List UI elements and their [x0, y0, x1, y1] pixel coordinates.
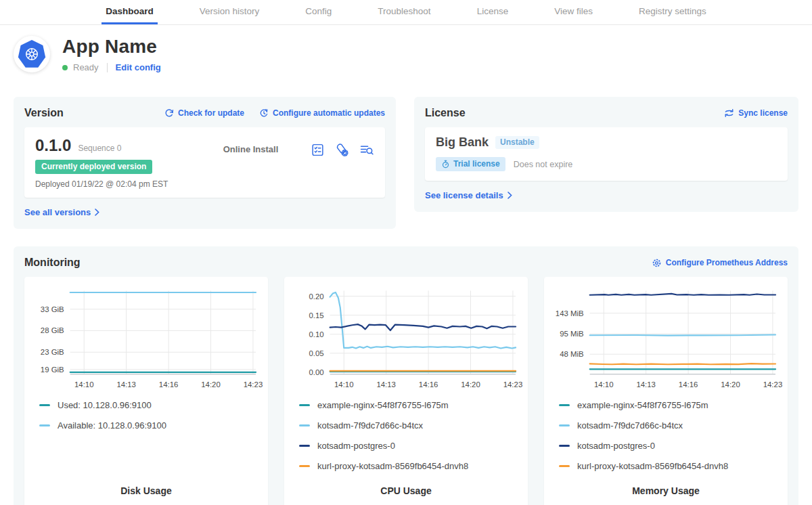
- series-swatch: [39, 424, 50, 426]
- divider: [107, 63, 108, 72]
- svg-text:14:23: 14:23: [503, 380, 523, 389]
- series-swatch: [299, 424, 310, 426]
- chevron-right-icon: [95, 208, 99, 216]
- legend-item: kurl-proxy-kotsadm-8569fb6454-dnvh8: [299, 461, 520, 471]
- series-swatch: [299, 465, 310, 467]
- tab-dashboard[interactable]: Dashboard: [102, 0, 158, 24]
- svg-text:14:13: 14:13: [636, 380, 656, 389]
- svg-text:14:10: 14:10: [74, 380, 94, 389]
- app-header: App Name Ready Edit config: [14, 36, 797, 72]
- legend-item: kotsadm-7f9dc7d66c-b4tcx: [299, 420, 520, 431]
- license-customer-name: Big Bank: [436, 135, 489, 150]
- disk-usage-legend: Used: 10.128.0.96:9100 Available: 10.128…: [39, 400, 260, 431]
- svg-text:14:20: 14:20: [721, 380, 740, 389]
- configure-prometheus-button[interactable]: Configure Prometheus Address: [652, 258, 788, 268]
- version-number: 0.1.0: [35, 136, 71, 155]
- svg-text:0.15: 0.15: [309, 311, 323, 320]
- svg-text:14:16: 14:16: [679, 380, 698, 389]
- series-swatch: [299, 404, 310, 406]
- svg-text:14:16: 14:16: [419, 380, 438, 389]
- legend-item: Available: 10.128.0.96:9100: [39, 420, 260, 431]
- cpu-usage-chart-card: 0.000.050.100.150.2014:1014:1314:1614:20…: [284, 277, 528, 505]
- refresh-icon: [164, 108, 174, 118]
- sync-license-button[interactable]: Sync license: [724, 108, 788, 118]
- preflight-checks-icon[interactable]: [311, 143, 325, 157]
- series-swatch: [559, 424, 570, 426]
- series-swatch: [559, 445, 570, 447]
- svg-text:14:10: 14:10: [594, 380, 614, 389]
- svg-text:14:16: 14:16: [159, 380, 179, 389]
- svg-text:14:20: 14:20: [201, 380, 221, 389]
- tab-license[interactable]: License: [473, 0, 513, 24]
- memory-usage-chart-card: 48 MiB95 MiB143 MiB14:1014:1314:1614:201…: [544, 277, 788, 505]
- legend-item: kotsadm-postgres-0: [559, 441, 780, 451]
- check-for-update-button[interactable]: Check for update: [164, 108, 244, 118]
- svg-text:14:13: 14:13: [116, 380, 136, 389]
- svg-text:28 GiB: 28 GiB: [41, 326, 64, 334]
- svg-text:0.20: 0.20: [309, 292, 323, 301]
- ready-status-dot: [62, 65, 68, 70]
- current-version-panel: 0.1.0 Sequence 0 Currently deployed vers…: [24, 127, 385, 198]
- page-title: App Name: [62, 36, 161, 58]
- memory-usage-chart[interactable]: 48 MiB95 MiB143 MiB14:1014:1314:1614:201…: [552, 285, 780, 391]
- svg-text:14:10: 14:10: [334, 380, 354, 389]
- tab-troubleshoot[interactable]: Troubleshoot: [374, 0, 434, 24]
- version-card: Version Check for update: [14, 97, 396, 229]
- see-license-details-link[interactable]: See license details: [425, 190, 512, 200]
- disk-usage-chart-card: 19 GiB23 GiB28 GiB33 GiB14:1014:1314:161…: [24, 277, 268, 505]
- configure-automatic-updates-button[interactable]: Configure automatic updates: [259, 108, 385, 118]
- license-expiry: Does not expire: [514, 160, 573, 169]
- svg-text:19 GiB: 19 GiB: [41, 366, 64, 374]
- edit-config-gear-icon[interactable]: [335, 143, 349, 157]
- svg-text:0.00: 0.00: [309, 368, 323, 376]
- svg-text:0.05: 0.05: [309, 349, 323, 357]
- chevron-right-icon: [508, 192, 512, 199]
- monitoring-section: Monitoring Configure Prometheus Address …: [14, 246, 798, 505]
- deployed-status-badge: Currently deployed version: [35, 160, 152, 174]
- series-swatch: [39, 404, 50, 406]
- deploy-logs-icon[interactable]: [359, 143, 374, 157]
- tab-config[interactable]: Config: [301, 0, 336, 24]
- legend-item: example-nginx-54f8f76755-l675m: [299, 400, 520, 410]
- legend-item: kurl-proxy-kotsadm-8569fb6454-dnvh8: [559, 461, 780, 471]
- tab-registry-settings[interactable]: Registry settings: [635, 0, 710, 24]
- legend-item: example-nginx-54f8f76755-l675m: [559, 400, 780, 410]
- series-swatch: [559, 465, 570, 467]
- chart-title: Disk Usage: [32, 485, 260, 500]
- memory-usage-legend: example-nginx-54f8f76755-l675m kotsadm-7…: [559, 400, 780, 471]
- tab-view-files[interactable]: View files: [550, 0, 597, 24]
- svg-text:14:23: 14:23: [244, 380, 263, 389]
- license-details-panel: Big Bank Unstable Trial license Do: [425, 127, 788, 181]
- see-all-versions-link[interactable]: See all versions: [24, 207, 99, 217]
- cpu-usage-legend: example-nginx-54f8f76755-l675m kotsadm-7…: [299, 400, 520, 471]
- chart-title: CPU Usage: [292, 485, 520, 500]
- svg-text:143 MiB: 143 MiB: [556, 309, 584, 317]
- legend-item: kotsadm-postgres-0: [299, 441, 520, 451]
- channel-badge: Unstable: [495, 136, 539, 149]
- gear-icon: [652, 258, 662, 268]
- kubernetes-icon: [18, 40, 46, 68]
- sequence-label: Sequence 0: [78, 144, 121, 153]
- edit-config-link[interactable]: Edit config: [116, 62, 161, 72]
- clock-refresh-icon: [259, 108, 269, 118]
- tab-version-history[interactable]: Version history: [196, 0, 264, 24]
- stopwatch-icon: [441, 160, 450, 169]
- series-swatch: [299, 445, 310, 447]
- install-type-label: Online Install: [191, 144, 311, 154]
- cpu-usage-chart[interactable]: 0.000.050.100.150.2014:1014:1314:1614:20…: [292, 285, 520, 391]
- series-swatch: [559, 404, 570, 406]
- license-card-title: License: [425, 107, 466, 119]
- license-card: License Sync license Big Bank Unstable: [414, 97, 798, 212]
- svg-text:14:13: 14:13: [376, 380, 396, 389]
- version-card-title: Version: [24, 107, 64, 119]
- chart-title: Memory Usage: [552, 485, 780, 500]
- monitoring-title: Monitoring: [24, 257, 81, 269]
- disk-usage-chart[interactable]: 19 GiB23 GiB28 GiB33 GiB14:1014:1314:161…: [32, 285, 260, 391]
- svg-text:23 GiB: 23 GiB: [41, 348, 64, 356]
- app-status: Ready: [73, 62, 99, 72]
- sync-arrows-icon: [724, 108, 734, 118]
- svg-text:33 GiB: 33 GiB: [41, 305, 64, 313]
- svg-text:14:23: 14:23: [763, 380, 783, 389]
- svg-text:0.10: 0.10: [309, 330, 323, 338]
- legend-item: kotsadm-7f9dc7d66c-b4tcx: [559, 420, 780, 431]
